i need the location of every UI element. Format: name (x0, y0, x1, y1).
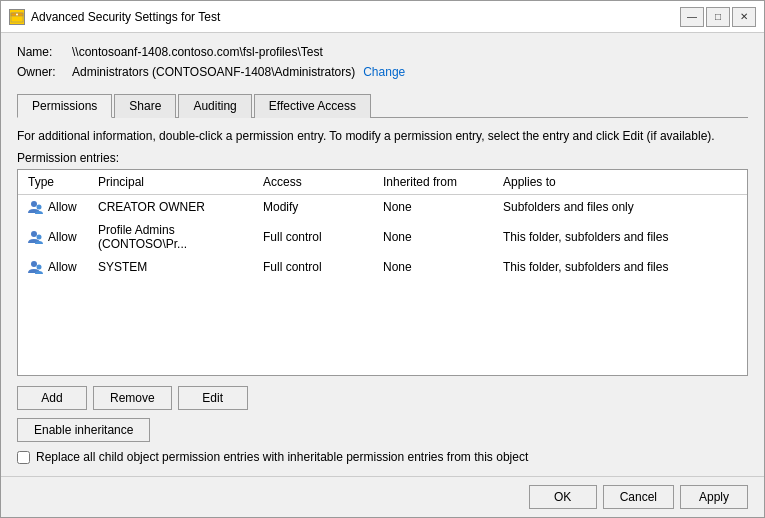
replace-permissions-row: Replace all child object permission entr… (17, 450, 748, 464)
col-type: Type (24, 173, 94, 191)
cell-applies-1: This folder, subfolders and files (499, 228, 741, 246)
cancel-button[interactable]: Cancel (603, 485, 674, 509)
tab-share[interactable]: Share (114, 94, 176, 118)
inheritance-row: Enable inheritance (17, 418, 748, 442)
owner-label: Owner: (17, 65, 72, 79)
user-icon-2 (28, 259, 44, 275)
cell-type-1: Allow (24, 227, 94, 247)
ok-button[interactable]: OK (529, 485, 597, 509)
owner-value: Administrators (CONTOSOANF-1408\Administ… (72, 65, 355, 79)
owner-row: Owner: Administrators (CONTOSOANF-1408\A… (17, 65, 748, 79)
svg-point-6 (37, 234, 42, 239)
title-bar: Advanced Security Settings for Test — □ … (1, 1, 764, 33)
cell-inherited-0: None (379, 198, 499, 216)
footer: OK Cancel Apply (1, 476, 764, 517)
cell-type-2: Allow (24, 257, 94, 277)
change-link[interactable]: Change (363, 65, 405, 79)
minimize-button[interactable]: — (680, 7, 704, 27)
content-area: Name: \\contosoanf-1408.contoso.com\fsl-… (1, 33, 764, 476)
tab-bar: Permissions Share Auditing Effective Acc… (17, 93, 748, 118)
add-button[interactable]: Add (17, 386, 87, 410)
col-inherited-from: Inherited from (379, 173, 499, 191)
title-bar-left: Advanced Security Settings for Test (9, 9, 220, 25)
apply-button[interactable]: Apply (680, 485, 748, 509)
table-body: Allow CREATOR OWNER Modify None Subfolde… (18, 195, 747, 375)
permission-entries-label: Permission entries: (17, 151, 748, 165)
table-row[interactable]: Allow SYSTEM Full control None This fold… (18, 255, 747, 279)
user-icon-1 (28, 229, 44, 245)
enable-inheritance-button[interactable]: Enable inheritance (17, 418, 150, 442)
edit-button[interactable]: Edit (178, 386, 248, 410)
info-text: For additional information, double-click… (17, 128, 748, 145)
cell-applies-2: This folder, subfolders and files (499, 258, 741, 276)
table-row[interactable]: Allow Profile Admins (CONTOSO\Pr... Full… (18, 219, 747, 255)
maximize-button[interactable]: □ (706, 7, 730, 27)
name-label: Name: (17, 45, 72, 59)
cell-type-0: Allow (24, 197, 94, 217)
advanced-security-settings-window: Advanced Security Settings for Test — □ … (0, 0, 765, 518)
cell-principal-1: Profile Admins (CONTOSO\Pr... (94, 221, 259, 253)
cell-access-2: Full control (259, 258, 379, 276)
permissions-table: Type Principal Access Inherited from App… (17, 169, 748, 376)
close-button[interactable]: ✕ (732, 7, 756, 27)
tab-effective-access[interactable]: Effective Access (254, 94, 371, 118)
svg-point-2 (16, 13, 18, 15)
owner-value-container: Administrators (CONTOSOANF-1408\Administ… (72, 65, 405, 79)
title-bar-controls: — □ ✕ (680, 7, 756, 27)
col-principal: Principal (94, 173, 259, 191)
svg-point-3 (31, 201, 37, 207)
cell-principal-2: SYSTEM (94, 258, 259, 276)
tab-permissions[interactable]: Permissions (17, 94, 112, 118)
cell-access-0: Modify (259, 198, 379, 216)
window-title: Advanced Security Settings for Test (31, 10, 220, 24)
user-icon-0 (28, 199, 44, 215)
replace-permissions-label: Replace all child object permission entr… (36, 450, 528, 464)
cell-inherited-1: None (379, 228, 499, 246)
svg-point-5 (31, 231, 37, 237)
name-value: \\contosoanf-1408.contoso.com\fsl-profil… (72, 45, 323, 59)
cell-applies-0: Subfolders and files only (499, 198, 741, 216)
table-action-buttons: Add Remove Edit (17, 386, 748, 410)
name-row: Name: \\contosoanf-1408.contoso.com\fsl-… (17, 45, 748, 59)
svg-point-7 (31, 261, 37, 267)
table-row[interactable]: Allow CREATOR OWNER Modify None Subfolde… (18, 195, 747, 219)
window-icon (9, 9, 25, 25)
col-access: Access (259, 173, 379, 191)
col-applies-to: Applies to (499, 173, 741, 191)
cell-principal-0: CREATOR OWNER (94, 198, 259, 216)
tab-auditing[interactable]: Auditing (178, 94, 251, 118)
svg-point-8 (37, 264, 42, 269)
replace-permissions-checkbox[interactable] (17, 451, 30, 464)
remove-button[interactable]: Remove (93, 386, 172, 410)
cell-inherited-2: None (379, 258, 499, 276)
svg-point-4 (37, 204, 42, 209)
table-header: Type Principal Access Inherited from App… (18, 170, 747, 195)
cell-access-1: Full control (259, 228, 379, 246)
